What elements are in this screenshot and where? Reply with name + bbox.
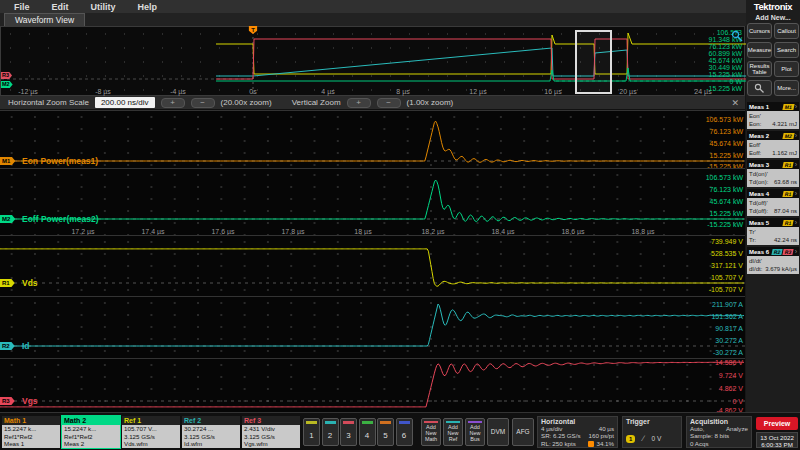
waveform-badge-title: Math 2 xyxy=(62,416,120,425)
horizontal-zoom-scale-value[interactable]: 200.00 ns/div xyxy=(95,97,155,108)
v-zoom-out-button[interactable]: − xyxy=(377,98,401,108)
meas-card-body: Td(on)'Td(on):63.68 ns xyxy=(747,169,799,187)
meas-card-meas-5[interactable]: Meas 5R1›Tr'Tr:42.24 ns xyxy=(747,218,799,245)
menu-edit[interactable]: Edit xyxy=(52,2,69,12)
eoff-waveform xyxy=(0,169,745,227)
magnifier-icon[interactable] xyxy=(747,80,772,96)
tab-bar: Waveform View xyxy=(0,13,800,26)
eon-scale-label: 45.674 kW xyxy=(710,140,743,147)
slice-panel-vds[interactable]: 739.949 V528.535 V317.121 V105.707 V-105… xyxy=(0,235,745,296)
add-new-color-bar xyxy=(424,421,438,423)
zoom-window-box[interactable] xyxy=(575,30,612,94)
channel-3-button[interactable]: 3 xyxy=(340,418,357,446)
slice-panel-vgs[interactable]: 14.586 V9.724 V4.862 V0 V-4.862 VR3Vgs xyxy=(0,358,745,412)
add-new-bus-button[interactable]: AddNewBus xyxy=(465,418,485,446)
vds-scale-label: 317.121 V xyxy=(711,262,743,269)
id-trace-label: Id xyxy=(22,341,30,351)
horizontal-settings-badge[interactable]: Horizontal 4 µs/div40 µs SR: 6.25 GS/s16… xyxy=(537,416,618,448)
slice-panel-eoff[interactable]: 106.573 kW76.123 kW45.674 kW15.225 kW-15… xyxy=(0,168,745,235)
channel-4-button[interactable]: 4 xyxy=(359,418,376,446)
overview-graticule[interactable]: -12 µs-8 µs-4 µs0s4 µs8 µs12 µs16 µs20 µ… xyxy=(0,26,745,96)
acquisition-settings-badge[interactable]: Acquisition Auto,Analyze Sample: 8 bits … xyxy=(686,416,752,448)
channel-color-bar xyxy=(325,421,336,424)
channel-number: 1 xyxy=(304,431,319,440)
callout-button[interactable]: Callout xyxy=(774,23,799,39)
trigger-source-badge: 1 xyxy=(626,435,635,443)
afg-button[interactable]: AFG xyxy=(512,418,534,446)
overview-time-label: 4 µs xyxy=(321,88,334,95)
close-zoom-icon[interactable]: ✕ xyxy=(731,98,739,108)
overview-time-label: 16 µs xyxy=(544,88,561,95)
preview-button[interactable]: Preview xyxy=(756,417,798,430)
v-zoom-in-button[interactable]: + xyxy=(347,98,371,108)
eon-waveform xyxy=(0,111,745,169)
meas-title: Meas 3 xyxy=(749,162,782,168)
overview-trace-vgs xyxy=(216,39,746,79)
tab-waveform-view[interactable]: Waveform View xyxy=(4,13,85,26)
waveform-badge-ref-2[interactable]: Ref 230.2724 ...3.125 GS/sId.wfm xyxy=(182,416,240,448)
overview-time-label: -8 µs xyxy=(95,88,111,95)
meas-card-meas-3[interactable]: Meas 3R1›Td(on)'Td(on):63.68 ns xyxy=(747,160,799,187)
meas-line2: Td(on):63.68 ns xyxy=(749,178,797,186)
waveform-badge-title: Ref 1 xyxy=(122,416,180,425)
chevron-right-icon: › xyxy=(795,190,797,197)
slice-time-label: 17.8 µs xyxy=(281,228,304,235)
trigger-settings-badge[interactable]: Trigger 1 ∕ 0 V xyxy=(622,416,682,448)
overview-trace-id xyxy=(216,48,746,76)
meas-value: 87.04 ns xyxy=(774,207,797,215)
channel-5-button[interactable]: 5 xyxy=(377,418,394,446)
cursors-button[interactable]: Cursors xyxy=(747,23,772,39)
meas-card-meas-4[interactable]: Meas 4R1›Td(off)'Td(off):87.04 ns xyxy=(747,189,799,216)
waveform-badge-ref-3[interactable]: Ref 32.431 V/div3.125 GS/sVgs.wfm xyxy=(242,416,300,448)
menu-file[interactable]: File xyxy=(14,2,30,12)
h-zoom-in-button[interactable]: + xyxy=(161,98,185,108)
measure-button[interactable]: Measure xyxy=(747,42,772,58)
add-new-label: Add New... xyxy=(746,14,800,21)
overview-scale-label: 45.674 kW xyxy=(709,57,742,64)
eon-scale-label: 106.573 kW xyxy=(706,116,743,123)
waveform-badge-math-1[interactable]: Math 115.2247 k...Ref1*Ref2Meas 1 xyxy=(2,416,60,448)
channel-color-bar xyxy=(362,421,373,424)
channel-1-button[interactable]: 1 xyxy=(303,418,320,446)
add-new-color-bar xyxy=(468,421,482,423)
channel-2-button[interactable]: 2 xyxy=(322,418,339,446)
results-table-button[interactable]: Results Table xyxy=(747,61,772,77)
overview-scale-label: 0 W xyxy=(730,78,742,85)
search-button[interactable]: Search xyxy=(774,42,799,58)
add-new-math-button[interactable]: AddNewMath xyxy=(421,418,441,446)
waveform-badge-math-2[interactable]: Math 215.2247 k...Ref1*Ref2Meas 2 xyxy=(62,416,120,448)
meas-card-meas-1[interactable]: Meas 1M1›Eon'Eon:4.321 mJ xyxy=(747,102,799,129)
chevron-right-icon: › xyxy=(795,219,797,226)
meas-value: 3.679 kA/µs xyxy=(765,265,797,273)
eoff-scale-label: 106.573 kW xyxy=(706,174,743,181)
dvm-button[interactable]: DVM xyxy=(487,418,509,446)
menu-help[interactable]: Help xyxy=(138,2,158,12)
menu-utility[interactable]: Utility xyxy=(91,2,116,12)
channel-6-button[interactable]: 6 xyxy=(396,418,413,446)
more--button[interactable]: More... xyxy=(774,80,799,96)
eon-scale-label: 76.123 kW xyxy=(710,128,743,135)
eon-scale-label: 15.225 kW xyxy=(710,152,743,159)
meas-card-meas-6[interactable]: Meas 6R2R3›dI/dt'dI/dt:3.679 kA/µs xyxy=(747,247,799,274)
vgs-scale-label: 4.862 V xyxy=(719,385,743,392)
overview-time-label: 8 µs xyxy=(396,88,409,95)
plot-button[interactable]: Plot xyxy=(774,61,799,77)
slice-panel-id[interactable]: 211.907 A151.362 A90.817 A30.272 A-30.27… xyxy=(0,296,745,358)
add-new-ref-button[interactable]: AddNewRef xyxy=(443,418,463,446)
waveform-badge-ref-1[interactable]: Ref 1105.707 V...3.125 GS/sVds.wfm xyxy=(122,416,180,448)
trigger-title: Trigger xyxy=(626,418,678,425)
meas-card-body: Eoff'Eoff:1.162 mJ xyxy=(747,140,799,158)
h-zoom-out-button[interactable]: − xyxy=(191,98,215,108)
meas-card-body: Eon'Eon:4.321 mJ xyxy=(747,111,799,129)
waveform-badge-info: 2.431 V/div3.125 GS/sVgs.wfm xyxy=(242,425,300,448)
waveform-badge-info: 105.707 V...3.125 GS/sVds.wfm xyxy=(122,425,180,448)
meas-card-meas-2[interactable]: Meas 2M2›Eoff'Eoff:1.162 mJ xyxy=(747,131,799,158)
slice-panel-eon[interactable]: 106.573 kW76.123 kW45.674 kW15.225 kW-15… xyxy=(0,110,745,168)
acq-count: 0 Acqs xyxy=(690,440,709,447)
waveform-badge-info: 15.2247 k...Ref1*Ref2Meas 1 xyxy=(2,425,60,448)
slice-time-label: 18.2 µs xyxy=(421,228,444,235)
overview-time-label: -12 µs xyxy=(18,88,38,95)
overview-time-label: 0s xyxy=(249,88,256,95)
slice-time-label: 17.2 µs xyxy=(71,228,94,235)
trigger-slope-icon: ∕ xyxy=(643,434,644,443)
